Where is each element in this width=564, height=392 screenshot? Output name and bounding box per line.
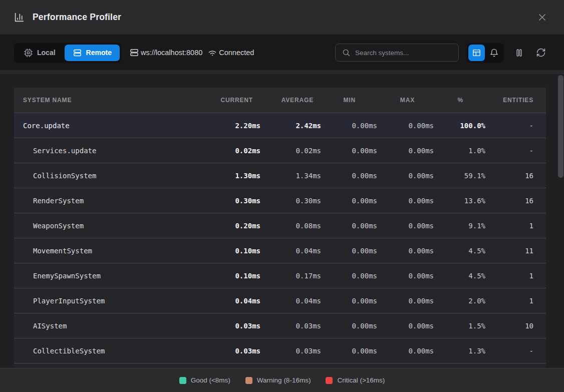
performance-profiler-window: Performance Profiler Local [0,0,564,392]
system-name: CollectibleSystem [33,347,105,355]
current-value: 0.04ms [200,297,260,305]
alerts-view-button[interactable] [486,45,502,61]
toolbar: Local Remote [0,35,564,70]
system-name: WeaponSystem [33,222,84,230]
server-icon [129,48,139,58]
refresh-icon [536,48,546,58]
min-value: 0.00ms [321,297,377,305]
max-value: 0.00ms [377,172,434,180]
system-name: MovementSystem [33,247,92,255]
column-header-min: Min [321,97,377,104]
close-button[interactable] [534,10,550,26]
percent-value: 2.0% [434,297,485,305]
table-row[interactable]: WeaponSystem 0.20ms 0.08ms 0.00ms 0.00ms… [14,213,546,238]
current-value: 2.20ms [200,122,260,130]
min-value: 0.00ms [321,322,377,330]
entities-value: 1 [485,272,546,280]
table-row[interactable]: PlayerInputSystem 0.04ms 0.04ms 0.00ms 0… [14,288,546,313]
min-value: 0.00ms [321,272,377,280]
pause-button[interactable] [512,46,526,60]
current-value: 0.10ms [200,247,260,255]
percent-value: 1.0% [434,147,485,155]
page-title: Performance Profiler [33,12,121,23]
legend-item-warning: Warning (8-16ms) [245,376,311,384]
connection-status: Connected [219,49,254,57]
column-header-system-name: System Name [14,97,200,104]
current-value: 1.30ms [200,172,260,180]
min-value: 0.00ms [321,147,377,155]
entities-value: 1 [485,222,546,230]
max-value: 0.00ms [377,297,434,305]
legend-label: Critical (>16ms) [337,376,385,384]
max-value: 0.00ms [377,147,434,155]
search-icon [342,48,351,57]
min-value: 0.00ms [321,222,377,230]
table-row[interactable]: AISystem 0.03ms 0.03ms 0.00ms 0.00ms 1.5… [14,313,546,338]
table-row[interactable]: RenderSystem 0.30ms 0.30ms 0.00ms 0.00ms… [14,188,546,213]
column-header-entities: Entities [485,97,546,104]
entities-value: - [485,347,546,355]
column-header-percent: % [434,97,485,104]
table-row[interactable]: Core.update 2.20ms 2.42ms 0.00ms 0.00ms … [14,113,546,138]
min-value: 0.00ms [321,347,377,355]
vertical-scrollbar-thumb[interactable] [558,75,563,178]
local-mode-label: Local [37,49,56,57]
critical-swatch-icon [326,377,333,384]
entities-value: 1 [485,297,546,305]
table-row[interactable]: EnemySpawnSystem 0.10ms 0.17ms 0.00ms 0.… [14,263,546,288]
table-row[interactable]: CollisionSystem 1.30ms 1.34ms 0.00ms 0.0… [14,163,546,188]
average-value: 0.17ms [260,272,321,280]
legend-footer: Good (<8ms) Warning (8-16ms) Critical (>… [0,368,564,392]
server-icon [73,48,82,58]
legend-label: Good (<8ms) [191,376,230,384]
system-name: Services.update [33,147,96,155]
system-name: EnemySpawnSystem [33,272,101,280]
refresh-button[interactable] [534,46,548,60]
average-value: 0.08ms [260,222,321,230]
close-icon [537,13,547,22]
title-bar: Performance Profiler [0,0,564,35]
current-value: 0.30ms [200,197,260,205]
system-name: RenderSystem [33,197,84,205]
panel-top-edge [0,70,564,74]
percent-value: 4.5% [434,272,485,280]
current-value: 0.10ms [200,272,260,280]
average-value: 0.03ms [260,347,321,355]
average-value: 0.30ms [260,197,321,205]
search-input[interactable] [355,49,453,57]
max-value: 0.00ms [377,197,434,205]
percent-value: 4.5% [434,247,485,255]
table-row[interactable]: CollectibleSystem 0.03ms 0.03ms 0.00ms 0… [14,338,546,363]
percent-value: 9.1% [434,222,485,230]
systems-table: System Name Current Average Min Max % En… [14,88,546,368]
table-view-button[interactable] [468,45,485,61]
mode-toggle: Local Remote [14,43,121,63]
remote-mode-label: Remote [86,49,112,57]
search-box [335,44,459,62]
current-value: 0.03ms [200,322,260,330]
column-header-average: Average [260,97,321,104]
average-value: 2.42ms [260,122,321,130]
current-value: 0.02ms [200,147,260,155]
table-row-clipped [14,363,546,368]
average-value: 0.04ms [260,297,321,305]
column-header-current: Current [200,97,260,104]
max-value: 0.00ms [377,322,434,330]
table-row[interactable]: MovementSystem 0.10ms 0.04ms 0.00ms 0.00… [14,238,546,263]
local-mode-button[interactable]: Local [16,45,64,61]
view-toggle [467,43,504,63]
bell-icon [489,48,499,58]
remote-mode-button[interactable]: Remote [65,45,120,61]
max-value: 0.00ms [377,222,434,230]
percent-value: 1.5% [434,322,485,330]
good-swatch-icon [179,377,186,384]
min-value: 0.00ms [321,122,377,130]
system-name: CollisionSystem [33,172,96,180]
table-header-row: System Name Current Average Min Max % En… [14,88,546,113]
current-value: 0.20ms [200,222,260,230]
table-row[interactable]: Services.update 0.02ms 0.02ms 0.00ms 0.0… [14,138,546,163]
min-value: 0.00ms [321,172,377,180]
max-value: 0.00ms [377,272,434,280]
min-value: 0.00ms [321,247,377,255]
connection-info: ws://localhost:8080 Connected [129,48,254,58]
